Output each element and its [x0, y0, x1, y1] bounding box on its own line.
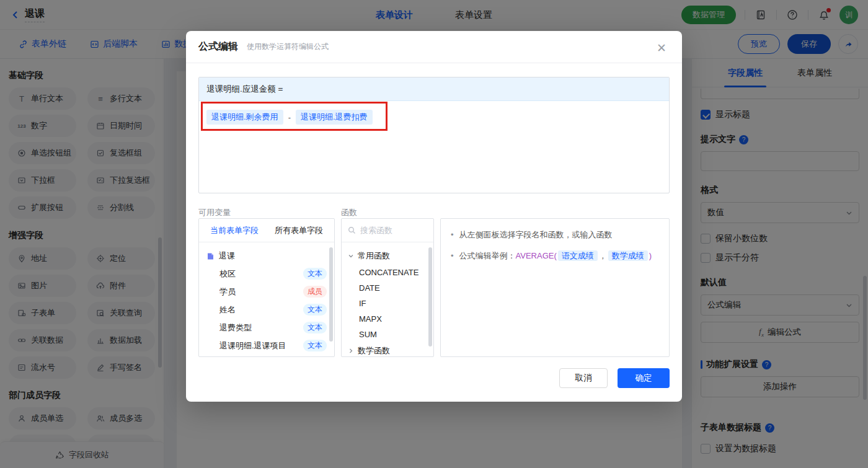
formula-operator: - — [288, 113, 291, 122]
modal-header: 公式编辑 使用数学运算符编辑公式 — [186, 31, 682, 63]
confirm-button[interactable]: 确定 — [618, 368, 670, 388]
variables-root[interactable]: 退课 — [199, 247, 334, 265]
modal-title: 公式编辑 — [198, 40, 238, 53]
variable-item[interactable]: 校区文本 — [199, 265, 334, 283]
variables-panel: 当前表单字段 所有表单字段 退课 校区文本 学员成员 姓名文本 退费类型文本 退… — [198, 218, 335, 357]
formula-edit-modal: 公式编辑 使用数学运算符编辑公式 ✕ 退课明细.应退金额 = 退课明细.剩余费用… — [186, 31, 682, 402]
modal-subtitle: 使用数学运算符编辑公式 — [247, 42, 329, 52]
formula-chip[interactable]: 退课明细.剩余费用 — [206, 110, 283, 125]
function-item[interactable]: MAPX — [342, 311, 433, 327]
function-group-common[interactable]: 常用函数 — [342, 247, 433, 265]
search-icon — [348, 226, 356, 234]
formula-target: 退课明细.应退金额 = — [199, 77, 669, 101]
form-doc-icon — [206, 252, 215, 260]
variable-item[interactable]: 退课明细.剩余课时数字 — [199, 355, 334, 357]
variable-item[interactable]: 学员成员 — [199, 283, 334, 301]
functions-scrollbar[interactable] — [428, 247, 432, 347]
variables-tabs: 当前表单字段 所有表单字段 — [199, 219, 334, 242]
type-badge: 文本 — [303, 304, 327, 316]
tips-panel: • 从左侧面板选择字段名和函数，或输入函数 • 公式编辑举例：AVERAGE(语… — [440, 218, 670, 357]
type-badge: 文本 — [303, 268, 327, 280]
cancel-button[interactable]: 取消 — [559, 368, 608, 388]
variable-item[interactable]: 退课明细.退课项目文本 — [199, 337, 334, 355]
function-item[interactable]: DATE — [342, 280, 433, 296]
type-badge: 文本 — [303, 340, 327, 351]
functions-panel: 常用函数 CONCATENATE DATE IF MAPX SUM 数学函数 文… — [341, 218, 434, 357]
chevron-down-icon — [348, 253, 354, 259]
tip-example-line: • 公式编辑举例：AVERAGE(语文成绩，数学成绩) — [451, 250, 659, 262]
tab-current-form-fields[interactable]: 当前表单字段 — [210, 225, 259, 236]
tab-all-form-fields[interactable]: 所有表单字段 — [275, 225, 323, 236]
function-group-math[interactable]: 数学函数 — [342, 342, 433, 357]
modal-footer: 取消 确定 — [559, 368, 670, 388]
example-chip: 数学成绩 — [608, 250, 648, 261]
example-chip: 语文成绩 — [558, 250, 598, 261]
chevron-right-icon — [348, 348, 354, 354]
example-function-name: AVERAGE( — [516, 251, 557, 260]
functions-label: 函数 — [341, 207, 357, 218]
close-icon[interactable]: ✕ — [655, 41, 668, 55]
function-item[interactable]: SUM — [342, 327, 433, 342]
variable-item[interactable]: 退费类型文本 — [199, 319, 334, 337]
function-item[interactable]: IF — [342, 296, 433, 311]
function-search — [342, 219, 433, 242]
formula-editor: 退课明细.应退金额 = 退课明细.剩余费用 - 退课明细.退费扣费 — [198, 77, 670, 193]
functions-tree: 常用函数 CONCATENATE DATE IF MAPX SUM 数学函数 文… — [342, 242, 433, 357]
variables-scrollbar[interactable] — [329, 247, 333, 342]
function-item[interactable]: CONCATENATE — [342, 265, 433, 280]
formula-chip[interactable]: 退课明细.退费扣费 — [296, 110, 373, 125]
variables-tree: 退课 校区文本 学员成员 姓名文本 退费类型文本 退课明细.退课项目文本 退课明… — [199, 242, 334, 357]
type-badge: 成员 — [303, 286, 327, 298]
variables-label: 可用变量 — [198, 207, 231, 218]
app-root: 退课 表单设计 表单设置 数据管理 训 表单外链 — [0, 0, 868, 468]
tip-line: • 从左侧面板选择字段名和函数，或输入函数 — [451, 229, 659, 241]
variable-item[interactable]: 姓名文本 — [199, 301, 334, 319]
type-badge: 文本 — [303, 322, 327, 333]
formula-expression[interactable]: 退课明细.剩余费用 - 退课明细.退费扣费 — [199, 101, 669, 133]
function-search-input[interactable] — [360, 226, 422, 235]
